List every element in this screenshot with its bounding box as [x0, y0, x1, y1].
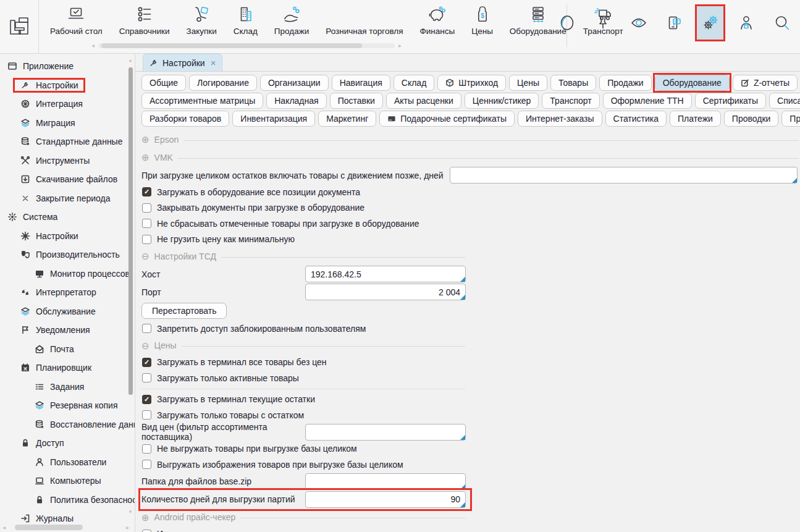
sidebar-item-sistema[interactable]: Система [0, 208, 135, 227]
sidebar-hscroll-thumb[interactable] [15, 525, 83, 530]
checkbox[interactable] [142, 395, 151, 404]
checkbox[interactable] [142, 410, 151, 420]
sidebar-vertical-scrollbar[interactable]: ▴ ▾ [127, 57, 134, 521]
tab-transport[interactable]: Транспорт [542, 93, 599, 109]
scroll-right-icon[interactable]: ▸ [398, 43, 402, 49]
checkbox[interactable] [142, 530, 151, 532]
sidebar-item-kompyutery[interactable]: Компьютеры [0, 471, 135, 491]
tab-spisaniya[interactable]: Списания [769, 93, 800, 109]
sidebar-item-obsluzhivanie[interactable]: Обслуживание [0, 302, 135, 321]
checkbox-use-supply-date-orders[interactable]: Использовать дату поставки для заказов [141, 526, 800, 532]
checkbox-no-min-price[interactable]: Не грузить цену как минимальную [141, 232, 800, 248]
checkbox[interactable] [142, 358, 151, 367]
tab-oformlenie-ttn[interactable]: Оформление ТТН [603, 93, 692, 109]
tab-razborki-tovarov[interactable]: Разборки товаров [141, 111, 229, 127]
settings-button[interactable] [696, 6, 725, 40]
tab-internet-zakazy[interactable]: Интернет-заказы [518, 111, 602, 127]
checkbox[interactable] [142, 444, 151, 454]
sidebar-item-planirovshchik[interactable]: Планировщик [0, 358, 135, 378]
sidebar-hscroll-track[interactable] [9, 525, 123, 530]
text-input[interactable] [305, 491, 466, 508]
tab-tovary[interactable]: Товары [550, 75, 596, 91]
sidebar-item-politika-bezopasnosti[interactable]: Политика безопаснос [0, 491, 135, 510]
sidebar-item-proizvoditelnost[interactable]: Производительность [0, 245, 135, 264]
sidebar-item-nastroyki[interactable]: Настройки [0, 76, 135, 95]
scroll-up-icon[interactable]: ▴ [129, 57, 132, 63]
checkbox[interactable] [142, 187, 151, 196]
toolbar-item-references[interactable]: Справочники [119, 5, 170, 36]
tab-provodki[interactable]: Проводки [724, 111, 779, 127]
checkbox-keep-marked-goods[interactable]: Не сбрасывать отмеченные товары при загр… [141, 216, 800, 232]
toolbar-scroll-track[interactable] [98, 43, 395, 48]
tab-postavki[interactable]: Поставки [330, 93, 383, 109]
checkbox[interactable] [142, 219, 151, 228]
tab-statistika[interactable]: Статистика [605, 111, 667, 127]
tab-sertifikaty[interactable]: Сертификаты [695, 93, 766, 109]
checkbox-load-all-positions[interactable]: Загружать в оборудование все позиции док… [141, 184, 800, 200]
tab-z-otchety[interactable]: Z-отчеты [733, 75, 798, 91]
sidebar-item-interpretator[interactable]: Интерпретатор [0, 283, 135, 302]
plus-circle-icon[interactable]: ⊕ [141, 513, 149, 522]
tab-organizatsii[interactable]: Организации [260, 75, 329, 91]
toolbar-item-sales[interactable]: Продажи [274, 5, 309, 36]
sidebar-item-pochta[interactable]: Почта [0, 340, 135, 359]
tab-sklad[interactable]: Склад [394, 75, 435, 91]
sidebar-item-monitor-protsessov[interactable]: Монитор процессов [0, 264, 135, 284]
checkbox-no-unload-goods-full-base[interactable]: Не выгружать товары при выгрузке базы це… [141, 441, 800, 457]
tab-podarochnye-sertifikaty[interactable]: Подарочные сертификаты [379, 111, 515, 127]
toolbar-item-finance[interactable]: Финансы [420, 5, 455, 36]
tab-akty-rastsenki[interactable]: Акты расценки [386, 93, 461, 109]
sidebar-scroll-thumb[interactable] [128, 67, 133, 395]
toolbar-scrollbar[interactable]: ◂ ▸ [91, 43, 402, 49]
tab-navigatsiya[interactable]: Навигация [332, 75, 390, 91]
tab-platezhi[interactable]: Платежи [670, 111, 721, 127]
scroll-left-icon[interactable]: ◂ [2, 525, 6, 531]
sidebar-item-migratsiya[interactable]: Миграция [0, 114, 135, 133]
sidebar-item-integratsiya[interactable]: Интеграция [0, 95, 135, 114]
text-input[interactable] [305, 266, 466, 282]
tab-marketing[interactable]: Маркетинг [318, 111, 376, 127]
toolbar-item-prices[interactable]: $ Цены [471, 5, 493, 36]
tab-proizvodstvo[interactable]: Производство [781, 111, 800, 127]
sidebar-item-uvedomleniya[interactable]: Уведомления [0, 321, 135, 340]
pin-button[interactable] [588, 6, 617, 40]
sidebar-item-dostup[interactable]: Доступ [0, 434, 135, 453]
sidebar-item-vosstanovlenie-dannykh[interactable]: Восстановление данни [0, 415, 135, 434]
scroll-left-icon[interactable]: ◂ [91, 43, 95, 49]
sidebar-item-polzovateli[interactable]: Пользователи [0, 453, 135, 472]
minus-circle-icon[interactable]: ⊖ [141, 341, 149, 350]
minus-circle-icon[interactable]: ⊖ [141, 251, 149, 261]
sidebar-item-rezervnaya-kopiya[interactable]: Резервная копия [0, 396, 135, 415]
app-logo[interactable] [0, 0, 39, 53]
checkbox-load-goods-without-prices[interactable]: Загружать в терминал все товары без цен [141, 355, 800, 371]
sidebar-item-nastroyki-sistema[interactable]: Настройки [0, 227, 135, 246]
document-tab-settings[interactable]: Настройки × [143, 54, 222, 71]
search-button[interactable] [767, 6, 796, 40]
sidebar-item-skachivanie-faylov[interactable]: Скачивание файлов [0, 170, 135, 189]
sidebar-horizontal-scrollbar[interactable]: ◂ ▸ [0, 523, 132, 531]
checkbox-close-documents[interactable]: Закрывать документы при загрузке в обору… [141, 200, 800, 216]
toolbar-item-warehouse[interactable]: Склад [234, 5, 258, 36]
toolbar-item-desktop[interactable]: Рабочий стол [50, 5, 103, 36]
checkbox[interactable] [142, 460, 151, 469]
checkbox-load-current-stock[interactable]: Загружать в терминал текущие остатки [141, 392, 800, 408]
checkbox[interactable] [142, 373, 151, 382]
checkbox-unload-images-full-base[interactable]: Выгружать изображения товаров при выгруз… [141, 457, 800, 473]
tab-tseny[interactable]: Цены [509, 75, 547, 91]
toolbar-item-purchases[interactable]: Закупки [187, 5, 217, 36]
checkbox-load-only-in-stock[interactable]: Загружать только товары с остатком [141, 407, 800, 423]
text-input[interactable] [450, 167, 798, 184]
checkbox[interactable] [142, 203, 151, 213]
tab-shtrikhkod[interactable]: Штрихкод [437, 75, 506, 91]
scroll-right-icon[interactable]: ▸ [126, 525, 129, 531]
checkbox[interactable] [142, 324, 151, 333]
user-button[interactable] [731, 6, 760, 40]
text-input[interactable] [305, 284, 466, 300]
checkbox[interactable] [142, 235, 151, 244]
plus-circle-icon[interactable]: ⊕ [141, 153, 149, 162]
checkbox-load-only-active[interactable]: Загружать только активные товары [141, 370, 800, 386]
checkbox-deny-blocked-users[interactable]: Запретить доступ заблокированным пользов… [141, 321, 800, 337]
messages-button[interactable] [660, 6, 689, 40]
tab-inventarizatsiya[interactable]: Инвентаризация [232, 111, 315, 127]
tab-logirovanie[interactable]: Логирование [189, 75, 257, 91]
